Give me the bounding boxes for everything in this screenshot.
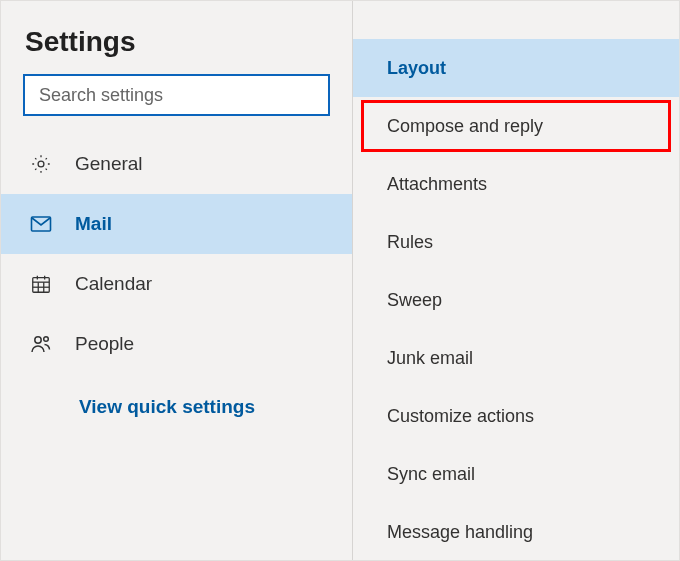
sub-item-label: Message handling <box>387 522 533 543</box>
sub-item-label: Layout <box>387 58 446 79</box>
sub-item-junk-email[interactable]: Junk email <box>353 329 679 387</box>
svg-point-0 <box>38 161 44 167</box>
sub-item-attachments[interactable]: Attachments <box>353 155 679 213</box>
page-title: Settings <box>1 21 352 74</box>
sub-item-label: Attachments <box>387 174 487 195</box>
settings-right-panel: Layout Compose and reply Attachments Rul… <box>353 1 679 560</box>
sub-item-label: Sweep <box>387 290 442 311</box>
settings-category-list: General Mail <box>1 134 352 374</box>
sub-item-rules[interactable]: Rules <box>353 213 679 271</box>
sub-item-layout[interactable]: Layout <box>353 39 679 97</box>
search-container <box>1 74 352 134</box>
sub-item-compose-and-reply[interactable]: Compose and reply <box>361 100 671 152</box>
sub-item-label: Rules <box>387 232 433 253</box>
svg-rect-2 <box>33 278 50 293</box>
sub-item-label: Junk email <box>387 348 473 369</box>
sub-item-sync-email[interactable]: Sync email <box>353 445 679 503</box>
nav-item-people[interactable]: People <box>1 314 352 374</box>
nav-item-mail[interactable]: Mail <box>1 194 352 254</box>
mail-icon <box>29 212 53 236</box>
nav-label: Mail <box>75 213 112 235</box>
nav-label: General <box>75 153 143 175</box>
sub-item-customize-actions[interactable]: Customize actions <box>353 387 679 445</box>
search-input[interactable] <box>23 74 330 116</box>
sub-item-label: Compose and reply <box>387 116 543 137</box>
calendar-icon <box>29 272 53 296</box>
mail-settings-list: Layout Compose and reply Attachments Rul… <box>353 39 679 561</box>
settings-left-panel: Settings General Mail <box>1 1 353 560</box>
svg-point-9 <box>35 337 41 343</box>
sub-item-sweep[interactable]: Sweep <box>353 271 679 329</box>
sub-item-message-handling[interactable]: Message handling <box>353 503 679 561</box>
view-quick-settings-link[interactable]: View quick settings <box>1 374 352 418</box>
sub-item-label: Customize actions <box>387 406 534 427</box>
nav-label: People <box>75 333 134 355</box>
nav-item-general[interactable]: General <box>1 134 352 194</box>
sub-item-label: Sync email <box>387 464 475 485</box>
people-icon <box>29 332 53 356</box>
nav-item-calendar[interactable]: Calendar <box>1 254 352 314</box>
nav-label: Calendar <box>75 273 152 295</box>
gear-icon <box>29 152 53 176</box>
svg-point-10 <box>44 337 49 342</box>
